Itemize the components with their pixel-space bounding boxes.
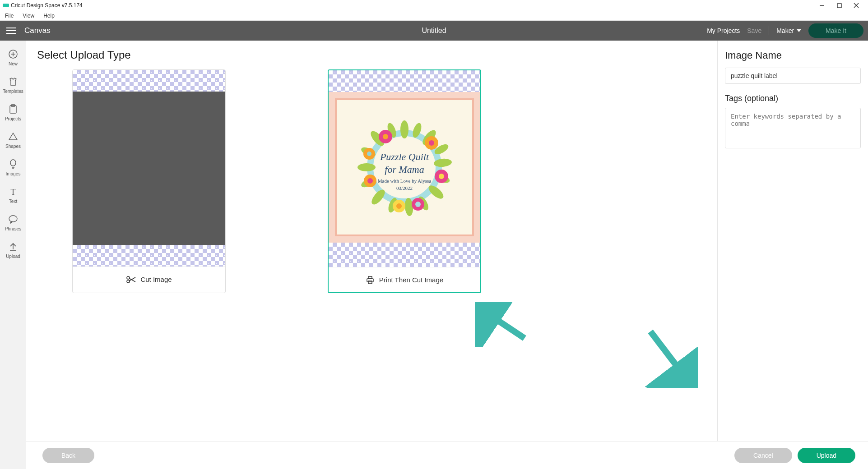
- svg-point-39: [383, 134, 388, 139]
- tool-label: Phrases: [5, 226, 22, 231]
- shirt-icon: [8, 76, 19, 87]
- image-name-input[interactable]: [725, 68, 861, 84]
- machine-name: Maker: [776, 27, 794, 34]
- svg-point-14: [9, 216, 17, 222]
- printer-icon: [366, 276, 375, 284]
- right-panel: Image Name Tags (optional): [717, 41, 868, 469]
- topbar-divider: [769, 26, 769, 35]
- transparency-pattern: [73, 245, 225, 267]
- card-footer: Cut Image: [73, 267, 225, 292]
- shapes-icon: [8, 131, 19, 142]
- back-button[interactable]: Back: [42, 448, 94, 463]
- maximize-button[interactable]: [831, 0, 847, 10]
- tags-label: Tags (optional): [725, 94, 861, 103]
- upload-type-cut-image[interactable]: Cut Image: [72, 69, 226, 293]
- card-label: Cut Image: [140, 276, 172, 283]
- svg-rect-58: [368, 281, 372, 284]
- menu-view[interactable]: View: [19, 12, 38, 20]
- transparency-pattern: [73, 70, 225, 92]
- hamburger-icon: [6, 28, 16, 34]
- text-icon: T: [8, 186, 19, 197]
- tool-label: New: [9, 61, 18, 66]
- print-cut-preview: Puzzle Quilt for Mama Made with Love by …: [329, 92, 480, 243]
- lightbulb-icon: [8, 159, 19, 170]
- tags-input[interactable]: [725, 108, 861, 148]
- menu-help[interactable]: Help: [39, 12, 59, 20]
- chevron-down-icon: [797, 29, 801, 32]
- image-name-label: Image Name: [725, 50, 861, 61]
- tool-label: Shapes: [5, 144, 21, 149]
- annotation-arrow-icon: [475, 302, 529, 347]
- tool-label: Images: [6, 171, 21, 176]
- plus-circle-icon: [8, 49, 19, 60]
- tool-label: Templates: [3, 89, 23, 94]
- tool-projects[interactable]: Projects: [0, 100, 26, 125]
- svg-rect-1: [837, 4, 841, 8]
- svg-marker-9: [9, 133, 17, 140]
- transparency-pattern: [329, 70, 480, 92]
- footer-bar: Back Cancel Upload: [26, 441, 868, 469]
- svg-text:for Mama: for Mama: [385, 164, 424, 175]
- make-it-button[interactable]: Make It: [808, 23, 863, 38]
- svg-text:Made with Love by Alyssa: Made with Love by Alyssa: [378, 178, 432, 184]
- svg-point-49: [367, 178, 373, 184]
- menubar: File View Help: [0, 11, 868, 21]
- window-title: Cricut Design Space v7.5.174: [11, 2, 83, 9]
- topbar: Canvas Untitled My Projects Save Maker M…: [0, 21, 868, 41]
- tool-new[interactable]: New: [0, 45, 26, 70]
- document-title[interactable]: Untitled: [422, 27, 446, 35]
- scissors-icon: [126, 276, 136, 284]
- svg-point-51: [367, 152, 371, 156]
- upload-type-print-then-cut[interactable]: Puzzle Quilt for Mama Made with Love by …: [328, 69, 481, 293]
- hamburger-menu-button[interactable]: [0, 21, 23, 41]
- tool-shapes[interactable]: Shapes: [0, 128, 26, 152]
- svg-text:T: T: [11, 188, 16, 196]
- upload-button[interactable]: Upload: [798, 448, 855, 463]
- main-area: Select Upload Type Cut Image: [26, 41, 717, 469]
- save-link[interactable]: Save: [747, 27, 761, 34]
- svg-point-28: [357, 163, 376, 171]
- left-toolbar: New Templates Projects Shapes Images: [0, 41, 26, 469]
- svg-point-22: [400, 120, 408, 138]
- svg-point-41: [429, 140, 434, 146]
- svg-point-47: [396, 203, 402, 209]
- transparency-pattern: [329, 243, 480, 267]
- svg-rect-57: [368, 276, 372, 279]
- tool-images[interactable]: Images: [0, 155, 26, 180]
- card-label: Print Then Cut Image: [379, 276, 443, 284]
- svg-point-10: [10, 160, 16, 166]
- svg-point-17: [127, 276, 130, 279]
- minimize-button[interactable]: [814, 0, 830, 10]
- wreath-artwork-icon: Puzzle Quilt for Mama Made with Love by …: [346, 109, 463, 226]
- machine-selector[interactable]: Maker: [776, 27, 801, 34]
- svg-line-60: [650, 331, 687, 379]
- svg-point-43: [439, 174, 444, 179]
- tool-label: Text: [9, 199, 17, 204]
- window-titlebar: Cricut Design Space v7.5.174: [0, 0, 868, 11]
- tool-upload[interactable]: Upload: [0, 238, 26, 262]
- close-button[interactable]: [848, 0, 864, 10]
- page-heading: Select Upload Type: [37, 49, 706, 61]
- tool-phrases[interactable]: Phrases: [0, 210, 26, 235]
- topbar-section-title: Canvas: [23, 26, 51, 35]
- annotation-arrow-icon: [644, 325, 698, 388]
- tool-label: Upload: [6, 254, 20, 259]
- speech-bubble-icon: [8, 214, 19, 225]
- upload-arrow-icon: [8, 241, 19, 252]
- svg-line-59: [484, 311, 525, 338]
- card-footer: Print Then Cut Image: [329, 267, 480, 292]
- tool-text[interactable]: T Text: [0, 183, 26, 207]
- cut-image-preview: [73, 92, 225, 245]
- tool-templates[interactable]: Templates: [0, 73, 26, 97]
- menu-file[interactable]: File: [1, 12, 18, 20]
- app-logo-icon: [3, 4, 9, 7]
- svg-text:Puzzle Quilt: Puzzle Quilt: [380, 151, 429, 162]
- cancel-button[interactable]: Cancel: [734, 448, 792, 463]
- svg-point-18: [127, 280, 130, 283]
- svg-point-45: [415, 202, 421, 207]
- clipboard-icon: [8, 104, 19, 115]
- svg-rect-56: [367, 279, 373, 282]
- tool-label: Projects: [5, 116, 21, 121]
- svg-text:03/2022: 03/2022: [396, 185, 413, 191]
- my-projects-link[interactable]: My Projects: [707, 27, 740, 34]
